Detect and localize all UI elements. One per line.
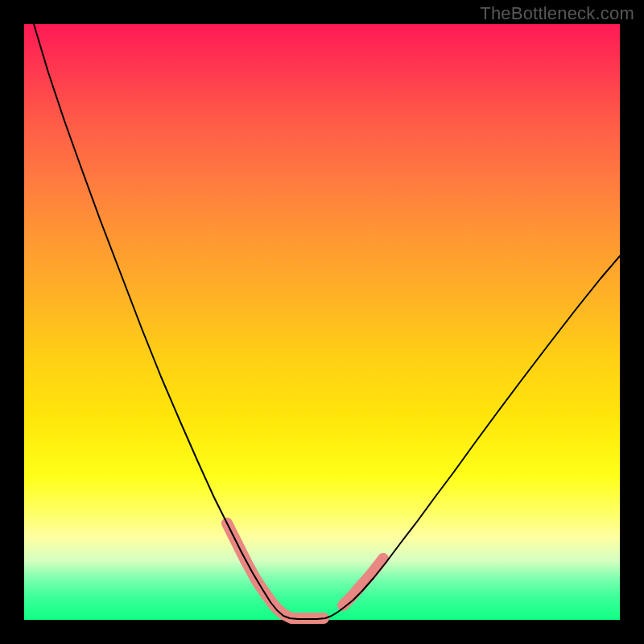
main-curve-path <box>34 24 620 619</box>
plot-area <box>24 24 620 620</box>
chart-frame: TheBottleneck.com <box>0 0 644 644</box>
watermark-text: TheBottleneck.com <box>480 3 634 24</box>
left-highlight-path <box>227 523 324 618</box>
curve-svg <box>24 24 620 620</box>
right-highlight-path <box>343 559 383 605</box>
